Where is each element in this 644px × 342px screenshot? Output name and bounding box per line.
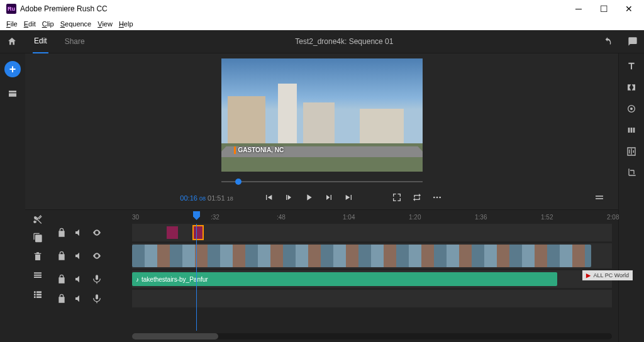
tab-edit[interactable]: Edit <box>33 30 48 53</box>
timeline-options-icon[interactable] <box>594 192 606 204</box>
svg-point-2 <box>439 197 441 199</box>
app-logo-icon: Ru <box>6 4 16 14</box>
delete-icon[interactable] <box>33 251 43 262</box>
visibility-icon[interactable] <box>92 251 102 261</box>
timecode: 00:16 08 01:51 18 <box>180 194 233 202</box>
play-icon[interactable] <box>304 192 315 204</box>
timeline: 30 :32 :48 1:04 1:20 1:36 1:52 2:08 2:24 <box>25 209 618 342</box>
watermark: ▶ ALL PC World <box>582 270 633 280</box>
tab-share[interactable]: Share <box>64 30 86 53</box>
goto-start-icon[interactable] <box>264 192 275 204</box>
menu-view[interactable]: View <box>95 20 115 28</box>
comment-icon[interactable] <box>628 36 638 47</box>
home-icon[interactable] <box>6 36 18 47</box>
visibility-icon[interactable] <box>92 228 102 238</box>
goto-end-icon[interactable] <box>344 192 355 204</box>
track-content[interactable] <box>132 290 612 307</box>
menu-clip[interactable]: Clip <box>40 20 57 28</box>
project-panel-icon[interactable] <box>8 89 18 99</box>
playhead[interactable] <box>196 224 197 331</box>
svg-point-1 <box>436 197 438 199</box>
time-ruler[interactable]: 30 :32 :48 1:04 1:20 1:36 1:52 2:08 2:24 <box>50 210 618 224</box>
svg-point-4 <box>630 108 633 110</box>
scrub-bar[interactable] <box>25 177 618 187</box>
track-audio-1: ♪ takethestairs-by_Panfur <box>50 270 612 288</box>
menu-help[interactable]: Help <box>116 20 136 28</box>
left-sidebar: + <box>0 53 25 342</box>
track-content[interactable] <box>132 243 612 268</box>
track-content[interactable]: ♪ takethestairs-by_Panfur <box>132 270 612 288</box>
mic-icon[interactable] <box>92 274 102 284</box>
menubar: File Edit Clip Sequence View Help <box>0 18 644 30</box>
scrollbar-thumb[interactable] <box>132 333 218 339</box>
watermark-text: ALL PC World <box>593 272 629 279</box>
crop-icon[interactable] <box>626 168 636 178</box>
mute-icon[interactable] <box>74 228 84 238</box>
music-note-icon: ♪ <box>136 276 139 283</box>
mic-icon[interactable] <box>92 294 102 304</box>
track-video <box>50 243 612 268</box>
color-icon[interactable] <box>626 104 636 114</box>
add-media-button[interactable]: + <box>4 61 21 77</box>
project-title: Test2_drone4k: Sequence 01 <box>101 37 587 46</box>
lock-icon[interactable] <box>57 251 67 261</box>
close-button[interactable]: ✕ <box>616 0 641 18</box>
step-forward-icon[interactable] <box>324 192 335 204</box>
undo-icon[interactable] <box>602 36 613 47</box>
right-sidebar <box>618 53 644 342</box>
timeline-scrollbar[interactable] <box>132 333 612 339</box>
step-back-icon[interactable] <box>284 192 295 204</box>
tracks-area: ♪ takethestairs-by_Panfur <box>50 224 618 331</box>
window-title: Adobe Premiere Rush CC <box>20 4 566 13</box>
top-nav: Edit Share Test2_drone4k: Sequence 01 <box>0 30 644 53</box>
lock-icon[interactable] <box>57 274 67 284</box>
titlebar: Ru Adobe Premiere Rush CC ─ ☐ ✕ <box>0 0 644 18</box>
video-preview[interactable]: GASTONIA, NC <box>25 53 618 177</box>
track-list-icon[interactable] <box>33 289 43 299</box>
titles-icon[interactable] <box>626 61 636 71</box>
scissors-icon[interactable] <box>33 214 43 224</box>
track-content[interactable] <box>132 224 612 241</box>
menu-edit[interactable]: Edit <box>21 20 38 28</box>
track-audio-2 <box>50 290 612 307</box>
scrub-handle[interactable] <box>235 179 242 185</box>
minimize-button[interactable]: ─ <box>566 0 591 18</box>
tracks-expand-icon[interactable] <box>33 270 43 280</box>
menu-sequence[interactable]: Sequence <box>58 20 94 28</box>
lock-icon[interactable] <box>57 294 67 304</box>
lock-icon[interactable] <box>57 228 67 238</box>
timeline-tools <box>25 210 50 342</box>
duplicate-icon[interactable] <box>33 233 43 243</box>
video-caption: GASTONIA, NC <box>234 146 284 154</box>
maximize-button[interactable]: ☐ <box>591 0 616 18</box>
mute-icon[interactable] <box>74 274 84 284</box>
marker-clip[interactable] <box>167 226 178 239</box>
playback-controls: 00:16 08 01:51 18 <box>25 187 618 209</box>
video-clip[interactable] <box>132 245 591 267</box>
more-icon[interactable] <box>432 192 443 204</box>
fullscreen-icon[interactable] <box>392 192 403 204</box>
svg-point-0 <box>433 197 435 199</box>
menu-file[interactable]: File <box>4 20 20 28</box>
audio-clip-label: takethestairs-by_Panfur <box>142 276 208 283</box>
mute-icon[interactable] <box>74 251 84 261</box>
audio-icon[interactable] <box>626 146 636 157</box>
loop-icon[interactable] <box>412 192 423 204</box>
mute-icon[interactable] <box>74 294 84 304</box>
speed-icon[interactable] <box>626 125 636 135</box>
transitions-icon[interactable] <box>626 82 636 92</box>
track-overlay <box>50 224 612 241</box>
watermark-icon: ▶ <box>586 272 591 279</box>
marker-clip-selected[interactable] <box>194 226 203 239</box>
